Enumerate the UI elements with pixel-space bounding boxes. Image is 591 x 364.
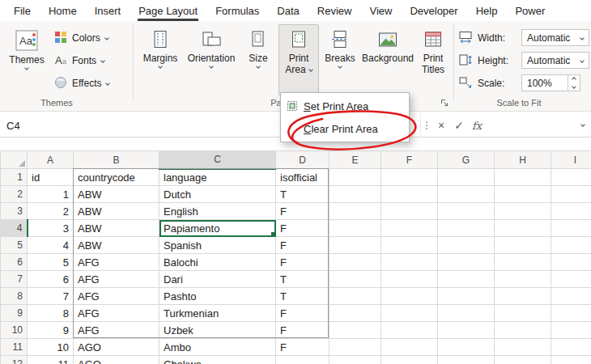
cell-D9[interactable]: F xyxy=(276,305,330,322)
effects-button[interactable]: Effects xyxy=(50,74,113,92)
cell-H4[interactable] xyxy=(495,220,551,237)
menu-tab-help[interactable]: Help xyxy=(467,0,507,21)
cell-B11[interactable]: AGO xyxy=(74,339,159,356)
cell-I2[interactable] xyxy=(551,186,591,203)
cell-B4[interactable]: ABW xyxy=(74,220,159,237)
cell-D5[interactable]: F xyxy=(276,237,330,254)
cell-G9[interactable] xyxy=(438,305,495,322)
column-header-A[interactable]: A xyxy=(28,151,74,169)
cell-I8[interactable] xyxy=(551,288,591,305)
cell-B2[interactable]: ABW xyxy=(74,186,159,203)
cell-G4[interactable] xyxy=(438,220,495,237)
print-titles-button[interactable]: Print Titles xyxy=(415,24,452,95)
cell-G10[interactable] xyxy=(438,322,495,339)
cell-H1[interactable] xyxy=(495,169,551,186)
row-header-6[interactable]: 6 xyxy=(1,254,28,271)
row-header-8[interactable]: 8 xyxy=(1,288,28,305)
cell-B1[interactable]: countrycode xyxy=(74,169,159,186)
menu-tab-power[interactable]: Power xyxy=(506,0,554,21)
scale-input[interactable]: 100% xyxy=(521,74,568,91)
spinner-up-button[interactable] xyxy=(568,75,580,83)
cell-G3[interactable] xyxy=(438,203,495,220)
cell-D3[interactable]: F xyxy=(276,203,330,220)
menu-tab-developer[interactable]: Developer xyxy=(401,0,466,21)
cell-E12[interactable] xyxy=(330,356,381,364)
cell-H7[interactable] xyxy=(495,271,551,288)
cell-I3[interactable] xyxy=(551,203,591,220)
menu-tab-home[interactable]: Home xyxy=(40,0,86,21)
cell-A7[interactable]: 6 xyxy=(28,271,74,288)
row-header-11[interactable]: 11 xyxy=(1,339,28,356)
cell-H6[interactable] xyxy=(495,254,551,271)
cell-I10[interactable] xyxy=(551,322,591,339)
colors-button[interactable]: Colors xyxy=(50,29,113,47)
cell-C9[interactable]: Turkmenian xyxy=(159,305,276,322)
cell-D10[interactable]: F xyxy=(276,322,330,339)
cell-E6[interactable] xyxy=(330,254,381,271)
cell-D1[interactable]: isofficial xyxy=(276,169,330,186)
cell-F2[interactable] xyxy=(381,186,438,203)
cell-F6[interactable] xyxy=(381,254,438,271)
orientation-button[interactable]: Orientation xyxy=(185,24,238,95)
column-header-H[interactable]: H xyxy=(495,151,551,169)
cell-I11[interactable] xyxy=(551,339,591,356)
cell-G8[interactable] xyxy=(438,288,495,305)
cell-I6[interactable] xyxy=(551,254,591,271)
cell-D7[interactable]: T xyxy=(276,271,330,288)
cell-F3[interactable] xyxy=(381,203,438,220)
row-header-12[interactable]: 12 xyxy=(1,356,28,364)
cell-I1[interactable] xyxy=(551,169,591,186)
menu-item-clear-print-area[interactable]: Clear Print Area xyxy=(281,117,409,140)
cell-C4[interactable]: Papiamento xyxy=(159,220,276,237)
menu-tab-review[interactable]: Review xyxy=(308,0,361,21)
cell-I9[interactable] xyxy=(551,305,591,322)
cell-H5[interactable] xyxy=(495,237,551,254)
cell-G11[interactable] xyxy=(438,339,495,356)
cell-I4[interactable] xyxy=(551,220,591,237)
cell-H11[interactable] xyxy=(495,339,551,356)
cell-E3[interactable] xyxy=(330,203,381,220)
cell-E7[interactable] xyxy=(330,271,381,288)
cell-D8[interactable]: T xyxy=(276,288,330,305)
margins-button[interactable]: Margins xyxy=(138,24,183,95)
cell-B7[interactable]: AFG xyxy=(74,271,159,288)
row-header-3[interactable]: 3 xyxy=(1,203,28,220)
cell-D12[interactable] xyxy=(276,356,330,364)
menu-tab-data[interactable]: Data xyxy=(268,0,308,21)
cell-E11[interactable] xyxy=(330,339,381,356)
row-header-1[interactable]: 1 xyxy=(1,169,28,186)
cell-H8[interactable] xyxy=(495,288,551,305)
cell-G6[interactable] xyxy=(438,254,495,271)
name-box-resize-handle[interactable] xyxy=(426,121,427,129)
row-header-2[interactable]: 2 xyxy=(1,186,28,203)
cell-A2[interactable]: 1 xyxy=(28,186,74,203)
column-header-G[interactable]: G xyxy=(438,151,495,169)
menu-tab-file[interactable]: File xyxy=(5,0,40,21)
menu-item-set-print-area[interactable]: Set Print Area xyxy=(281,95,409,117)
print-area-button[interactable]: Print Area xyxy=(278,24,319,95)
cell-B5[interactable]: ABW xyxy=(74,237,159,254)
insert-function-button[interactable]: fx xyxy=(468,113,486,138)
cell-C7[interactable]: Dari xyxy=(159,271,276,288)
cell-C12[interactable]: Chokwe xyxy=(159,356,276,364)
cell-G1[interactable] xyxy=(438,169,495,186)
cell-C8[interactable]: Pashto xyxy=(159,288,276,305)
cell-E8[interactable] xyxy=(330,288,381,305)
row-header-4[interactable]: 4 xyxy=(1,220,28,237)
cell-F10[interactable] xyxy=(381,322,438,339)
cell-C6[interactable]: Balochi xyxy=(159,254,276,271)
cell-A11[interactable]: 10 xyxy=(28,339,74,356)
cell-F1[interactable] xyxy=(381,169,438,186)
cell-E5[interactable] xyxy=(330,237,381,254)
cancel-button[interactable]: × xyxy=(432,113,450,138)
column-header-I[interactable]: I xyxy=(551,151,591,169)
cell-B10[interactable]: AFG xyxy=(74,322,159,339)
cell-D2[interactable]: T xyxy=(276,186,330,203)
formula-bar-expand-icon[interactable] xyxy=(580,122,585,127)
cell-B6[interactable]: AFG xyxy=(74,254,159,271)
cell-I12[interactable] xyxy=(551,356,591,364)
cell-E4[interactable] xyxy=(330,220,381,237)
column-header-C[interactable]: C xyxy=(159,151,276,169)
cell-A8[interactable]: 7 xyxy=(28,288,74,305)
background-button[interactable]: Background xyxy=(361,24,415,95)
